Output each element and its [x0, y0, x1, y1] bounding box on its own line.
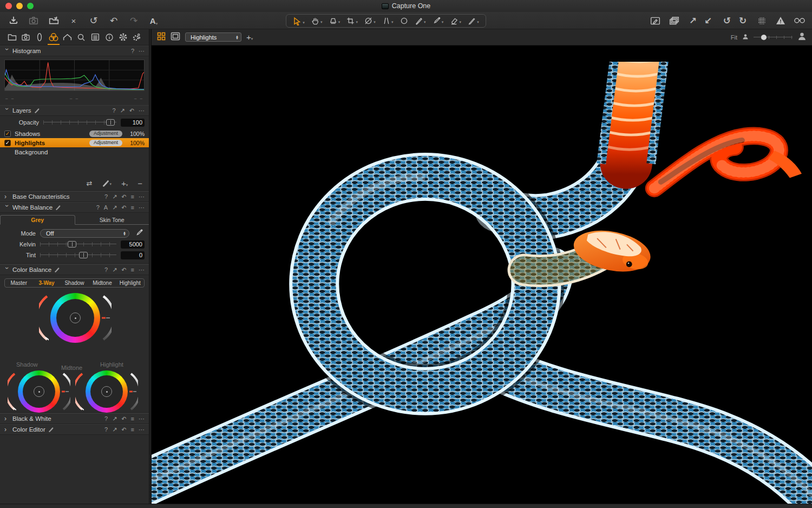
tab-shadow[interactable]: Shadow [61, 280, 88, 286]
shadow-color-wheel[interactable] [18, 370, 60, 413]
help-icon[interactable]: ? [96, 205, 100, 211]
tint-value[interactable]: 0 [121, 251, 145, 259]
reset-panel-icon[interactable]: ↶ [121, 194, 126, 200]
help-icon[interactable]: ? [112, 108, 115, 114]
rotate-counterclockwise-icon[interactable]: ↺ [721, 15, 733, 27]
gradient-mask-tool[interactable]: ▾ [468, 17, 479, 25]
layer-row-shadows[interactable]: ✓ Shadows Adjustment 100% [0, 129, 149, 138]
fit-label[interactable]: Fit [731, 34, 737, 41]
zoom-out-arrow-icon[interactable]: ↙ [702, 15, 714, 27]
image-canvas[interactable] [152, 62, 812, 504]
zoom-window-button[interactable] [27, 3, 34, 9]
process-tab-icon[interactable] [130, 30, 143, 45]
export-folder-icon[interactable] [48, 15, 60, 27]
spot-removal-tool[interactable] [400, 17, 408, 25]
zoom-in-arrow-icon[interactable]: ↗ [687, 15, 699, 27]
proof-glasses-icon[interactable] [794, 15, 806, 27]
color-editor-panel-header[interactable]: › Color Editor ? ↗ ↶ ≡ ⋯ [0, 424, 149, 435]
exposure-warning-icon[interactable] [775, 15, 787, 27]
exposure-tab-icon[interactable] [61, 30, 74, 45]
histogram-panel-header[interactable]: › Histogram ? ⋯ [0, 45, 149, 56]
layers-panel-header[interactable]: › Layers ? ↗ ↶ ⋯ [0, 105, 149, 116]
wb-eyedropper-icon[interactable] [134, 229, 145, 238]
zoom-small-icon[interactable] [742, 34, 749, 41]
white-balance-panel-header[interactable]: › White Balance ? A ↗ ↶ ≡ ⋯ [0, 202, 149, 213]
wheel-target[interactable] [70, 312, 81, 323]
add-layer-icon[interactable]: +▾ [121, 179, 128, 188]
remove-layer-icon[interactable]: − [137, 179, 142, 188]
lightness-arc-slider[interactable] [102, 292, 112, 344]
mask-brush-icon[interactable]: ▾ [102, 179, 112, 187]
color-tab-icon[interactable] [47, 30, 60, 45]
rotate-straighten-tool[interactable]: ▾ [364, 17, 376, 25]
highlight-color-wheel[interactable] [86, 370, 128, 413]
layer-visibility-checkbox[interactable]: ✓ [4, 140, 11, 146]
crop-tool[interactable]: ▾ [346, 17, 358, 25]
variant-selector-dropdown[interactable]: Highlights ▲▼ [185, 32, 241, 42]
annotate-icon[interactable]: A▾ [148, 15, 160, 27]
chevron-down-icon[interactable]: › [3, 48, 11, 54]
panel-presets-icon[interactable]: ≡ [131, 416, 134, 422]
panel-presets-icon[interactable]: ≡ [131, 194, 134, 200]
adjustments-tab-icon[interactable] [89, 30, 102, 45]
layer-visibility-checkbox[interactable]: ✓ [4, 131, 11, 137]
library-tab-icon[interactable] [5, 30, 18, 45]
browser-panels-icon[interactable] [668, 15, 680, 27]
saturation-arc-slider[interactable] [75, 370, 84, 413]
tab-skin-tone[interactable]: Skin Tone [75, 215, 149, 224]
opacity-slider[interactable] [43, 119, 116, 126]
keystone-tool[interactable]: ▾ [382, 17, 394, 25]
wb-mode-dropdown[interactable]: Off ▲▼ [40, 229, 129, 238]
zoom-slider[interactable] [754, 35, 793, 40]
midtone-color-wheel[interactable] [50, 293, 100, 343]
black-white-panel-header[interactable]: › Black & White ? ↗ ↶ ≡ ⋯ [0, 413, 149, 424]
opacity-value[interactable]: 100 [121, 119, 145, 127]
expand-panel-icon[interactable]: ↗ [112, 427, 117, 433]
capture-icon[interactable] [28, 15, 40, 27]
tab-3-way[interactable]: 3-Way [32, 280, 60, 286]
expand-panel-icon[interactable]: ↗ [112, 416, 117, 422]
draw-mask-brush-tool[interactable]: ▾ [415, 17, 426, 25]
chevron-right-icon[interactable]: › [4, 426, 10, 433]
help-icon[interactable]: ? [104, 427, 108, 433]
reorder-layers-icon[interactable]: ⇄ [87, 179, 93, 187]
grid-overlay-icon[interactable] [756, 15, 768, 27]
tab-midtone[interactable]: Midtone [88, 280, 116, 286]
capture-tab-icon[interactable] [19, 30, 32, 45]
chevron-down-icon[interactable]: › [3, 267, 11, 272]
panel-presets-icon[interactable]: ≡ [131, 427, 134, 433]
close-window-button[interactable] [5, 3, 12, 9]
help-icon[interactable]: ? [104, 267, 108, 273]
help-icon[interactable]: ? [104, 416, 108, 422]
wheel-target[interactable] [34, 386, 44, 397]
zoom-large-icon[interactable] [797, 32, 807, 42]
reset-adjustments-icon[interactable]: ↺ [88, 15, 100, 27]
panel-menu-dots-icon[interactable]: ⋯ [139, 267, 145, 273]
tab-grey[interactable]: Grey [0, 215, 75, 225]
loupe-tool[interactable]: ▾ [329, 17, 340, 25]
multi-view-icon[interactable] [157, 32, 166, 43]
minimize-window-button[interactable] [16, 3, 23, 9]
reset-panel-icon[interactable]: ↶ [121, 267, 126, 273]
reset-panel-icon[interactable]: ↶ [121, 427, 126, 433]
panel-presets-icon[interactable]: ≡ [131, 267, 134, 273]
color-balance-panel-header[interactable]: › Color Balance ? ↗ ↶ ≡ ⋯ [0, 264, 149, 275]
layer-row-highlights[interactable]: ✓ Highlights Adjustment 100% [0, 138, 149, 147]
pick-color-eyedropper-tool[interactable]: ▾ [433, 17, 444, 25]
rotate-clockwise-icon[interactable]: ↻ [737, 15, 749, 27]
details-tab-icon[interactable] [75, 30, 88, 45]
zoom-slider-handle[interactable] [761, 35, 767, 40]
expand-panel-icon[interactable]: ↗ [112, 194, 117, 200]
panel-menu-dots-icon[interactable]: ⋯ [139, 205, 145, 211]
edit-in-screen-icon[interactable] [649, 15, 661, 27]
lightness-arc-slider[interactable] [62, 370, 70, 413]
single-view-icon[interactable] [171, 32, 180, 43]
expand-panel-icon[interactable]: ↗ [120, 108, 125, 114]
chevron-down-icon[interactable]: › [3, 108, 11, 113]
tint-slider[interactable] [40, 252, 116, 258]
undo-icon[interactable]: ↶ [108, 15, 120, 27]
base-characteristics-panel-header[interactable]: › Base Characteristics ? ↗ ↶ ≡ ⋯ [0, 191, 149, 202]
reset-panel-icon[interactable]: ↶ [121, 416, 126, 422]
tab-highlight[interactable]: Highlight [116, 280, 144, 286]
delete-icon[interactable]: × [68, 15, 80, 27]
